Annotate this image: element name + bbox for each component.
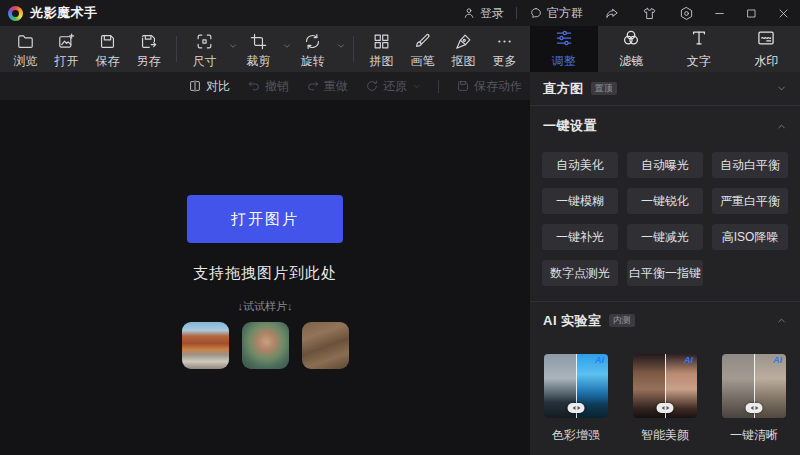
redo-label: 重做 — [324, 78, 348, 95]
quick-settings-section-header[interactable]: 一键设置 — [530, 106, 800, 146]
toolbar-open-button[interactable]: 打开 — [46, 26, 87, 72]
one-click-sharpen-button[interactable]: 一键锐化 — [627, 188, 703, 214]
toolbar-cutout-button[interactable]: 抠图 — [443, 26, 484, 72]
toolbar-save-as-button[interactable]: 另存 — [128, 26, 169, 72]
toolbar-more-button[interactable]: 更多 — [484, 26, 525, 72]
toolbar-rotate-button[interactable]: 旋转 — [292, 26, 346, 72]
watermark-icon — [756, 28, 776, 48]
chevron-down-icon[interactable] — [228, 41, 238, 51]
restore-button[interactable]: 还原 — [365, 78, 421, 95]
digital-spot-metering-button[interactable]: 数字点测光 — [542, 260, 618, 286]
save-action-icon — [456, 79, 470, 93]
crop-icon — [249, 32, 268, 51]
arrow-right-icon — [755, 406, 758, 410]
compare-slider-handle[interactable] — [746, 403, 763, 413]
high-iso-denoise-button[interactable]: 高ISO降噪 — [712, 224, 788, 250]
arrow-right-icon — [577, 406, 580, 410]
share-button[interactable] — [605, 6, 620, 21]
open-image-button[interactable]: 打开图片 — [187, 195, 343, 243]
auto-exposure-button[interactable]: 自动曝光 — [627, 152, 703, 178]
tab-adjust-label: 调整 — [552, 53, 576, 70]
share-arrow-icon — [605, 6, 620, 21]
save-as-icon — [139, 32, 158, 51]
tab-filter[interactable]: 滤镜 — [598, 26, 666, 72]
maximize-icon — [745, 7, 758, 20]
chevron-down-icon[interactable] — [282, 41, 292, 51]
ai-lab-section-header[interactable]: AI 实验室 内测 — [530, 302, 800, 339]
sample-portrait-thumbnail[interactable] — [242, 322, 289, 369]
chevron-up-icon[interactable] — [776, 121, 787, 132]
tab-adjust[interactable]: 调整 — [530, 26, 598, 72]
divider — [516, 7, 517, 19]
quick-settings-title: 一键设置 — [543, 117, 597, 135]
header-row: 浏览 打开 保存 另存 尺寸 裁剪 — [0, 26, 800, 72]
toolbar-collage-button[interactable]: 拼图 — [361, 26, 402, 72]
ai-color-enhance-thumbnail[interactable]: AI — [544, 354, 608, 418]
toolbar-browse-button[interactable]: 浏览 — [5, 26, 46, 72]
toolbar-rotate-label: 旋转 — [301, 55, 325, 67]
close-icon — [777, 7, 790, 20]
toolbar-crop-button[interactable]: 裁剪 — [238, 26, 292, 72]
chevron-down-icon[interactable] — [411, 82, 421, 91]
ai-one-click-clarity-item[interactable]: AI 一键清晰 — [722, 354, 786, 444]
chevron-up-icon[interactable] — [776, 315, 787, 326]
sample-flat-lay-thumbnail[interactable] — [302, 322, 349, 369]
one-click-blur-button[interactable]: 一键模糊 — [542, 188, 618, 214]
undo-button[interactable]: 撤销 — [247, 78, 289, 95]
severe-white-balance-button[interactable]: 严重白平衡 — [712, 188, 788, 214]
tab-watermark[interactable]: 水印 — [733, 26, 800, 72]
toolbar-more-label: 更多 — [493, 55, 517, 67]
compare-slider-handle[interactable] — [657, 403, 674, 413]
undo-icon — [247, 79, 261, 93]
toolbar-collage-label: 拼图 — [370, 55, 394, 67]
compare-button[interactable]: 对比 — [188, 78, 230, 95]
close-button[interactable] — [777, 7, 790, 20]
canvas-area[interactable]: 打开图片 支持拖拽图片到此处 ↓试试样片↓ — [0, 100, 530, 455]
redo-button[interactable]: 重做 — [306, 78, 348, 95]
chevron-down-icon[interactable] — [336, 41, 346, 51]
ai-lab-title: AI 实验室 — [543, 312, 602, 330]
ai-one-click-clarity-thumbnail[interactable]: AI — [722, 354, 786, 418]
auto-white-balance-button[interactable]: 自动白平衡 — [712, 152, 788, 178]
maximize-button[interactable] — [745, 7, 758, 20]
ai-smart-beauty-item[interactable]: AI 智能美颜 — [633, 354, 697, 444]
login-button[interactable]: 登录 — [462, 5, 504, 22]
image-add-icon — [57, 32, 76, 51]
save-floppy-icon — [98, 32, 117, 51]
brush-icon — [413, 32, 432, 51]
ai-color-enhance-item[interactable]: AI 色彩增强 — [544, 354, 608, 444]
one-click-fill-light-button[interactable]: 一键补光 — [542, 224, 618, 250]
official-group-button[interactable]: 官方群 — [529, 5, 583, 22]
user-icon — [462, 6, 476, 20]
ai-smart-beauty-thumbnail[interactable]: AI — [633, 354, 697, 418]
histogram-section-header[interactable]: 直方图 置顶 — [530, 72, 800, 105]
ai-overlay-badge: AI — [595, 356, 604, 365]
grid-collage-icon — [372, 32, 391, 51]
chevron-down-icon[interactable] — [776, 83, 787, 94]
restore-icon — [365, 79, 379, 93]
toolbar-brush-button[interactable]: 画笔 — [402, 26, 443, 72]
toolbar-size-button[interactable]: 尺寸 — [184, 26, 238, 72]
tab-text-label: 文字 — [687, 53, 711, 70]
save-action-button[interactable]: 保存动作 — [456, 78, 522, 95]
tab-text[interactable]: 文字 — [665, 26, 733, 72]
arrow-left-icon — [572, 406, 575, 410]
one-click-dim-light-button[interactable]: 一键减光 — [627, 224, 703, 250]
restore-label: 还原 — [383, 78, 407, 95]
filter-circles-icon — [621, 28, 641, 48]
adjust-panel: 直方图 置顶 一键设置 自动美化 自动曝光 自动白平衡 一键模糊 一键锐化 严重… — [530, 72, 800, 455]
title-bar: 光影魔术手 登录 官方群 — [0, 0, 800, 26]
minimize-button[interactable] — [713, 7, 726, 20]
auto-beautify-button[interactable]: 自动美化 — [542, 152, 618, 178]
undo-label: 撤销 — [265, 78, 289, 95]
sample-images-hint: ↓试试样片↓ — [238, 299, 293, 314]
white-balance-one-touch-button[interactable]: 白平衡一指键 — [627, 260, 703, 286]
theme-skin-button[interactable] — [642, 6, 657, 21]
arrow-right-icon — [666, 406, 669, 410]
right-panel-tabs: 调整 滤镜 文字 水印 — [530, 26, 800, 72]
toolbar-save-button[interactable]: 保存 — [87, 26, 128, 72]
redo-icon — [306, 79, 320, 93]
sample-desert-road-thumbnail[interactable] — [182, 322, 229, 369]
settings-button[interactable] — [679, 6, 694, 21]
compare-slider-handle[interactable] — [568, 403, 585, 413]
